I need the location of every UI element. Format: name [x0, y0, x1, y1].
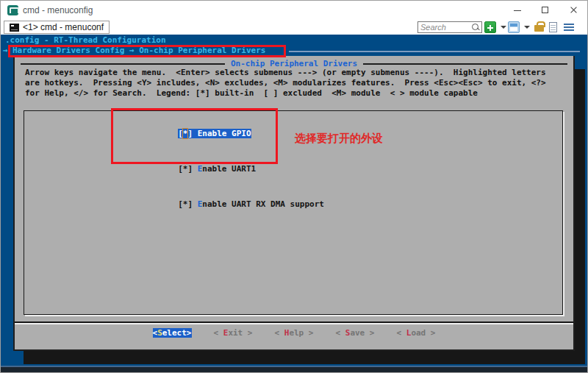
button-text: ave >: [350, 328, 374, 338]
checkbox-open: [: [178, 164, 183, 174]
menu-item-enable-gpio[interactable]: [*] Enable GPIO: [24, 116, 562, 152]
checkbox-open: [: [178, 199, 183, 209]
exit-button[interactable]: < Exit >: [214, 328, 253, 338]
help-button[interactable]: < Help >: [275, 328, 314, 338]
instructions-line: are hotkeys. Pressing <Y> includes, <N> …: [25, 78, 546, 88]
dialog-buttons: <Select> < Exit > < Help > < Save > < Lo…: [15, 328, 573, 338]
button-separator: [15, 322, 573, 324]
instructions-line: for Help, </> for Search. Legend: [*] bu…: [25, 88, 546, 99]
window-mode-dropdown-icon[interactable]: [524, 26, 530, 29]
button-text: oad >: [411, 328, 435, 338]
maximize-icon: [542, 7, 548, 13]
path-arrow: →: [3, 46, 8, 56]
title-rule-right: [363, 63, 567, 65]
item-label: nable UART1: [202, 164, 256, 174]
new-console-dropdown-icon[interactable]: [501, 26, 506, 29]
checkbox-close: ]: [187, 199, 197, 209]
kconfig-header: .config - RT-Thread Configuration: [5, 35, 166, 46]
console-tab-label: <1> cmd - menuconf: [23, 22, 104, 32]
terminal: .config - RT-Thread Configuration → Hard…: [1, 35, 587, 372]
title-rule-left: [21, 63, 225, 65]
document-icon[interactable]: [549, 22, 557, 32]
cmd-icon: [10, 24, 19, 32]
search-box: [417, 21, 482, 33]
annotation-box-path: [8, 45, 286, 57]
conemu-app-icon: [7, 5, 18, 15]
load-button[interactable]: < Load >: [397, 328, 436, 338]
button-text: <: [336, 328, 345, 338]
titlebar: cmd - menuconfig: [1, 1, 587, 20]
minimize-button[interactable]: [503, 1, 531, 20]
annotation-box-items: [111, 108, 278, 164]
menu-item-enable-uart-rx-dma[interactable]: [*] Enable UART RX DMA support: [24, 187, 562, 222]
maximize-button[interactable]: [531, 1, 559, 20]
item-label: nable UART RX DMA support: [202, 199, 324, 209]
lock-icon[interactable]: [534, 25, 544, 32]
menu-item-enable-uart1[interactable]: [*] Enable UART1: [24, 152, 562, 187]
checkbox-close: ]: [187, 164, 197, 174]
minimize-icon: [514, 10, 521, 11]
search-icon[interactable]: [471, 23, 481, 32]
menuconfig-dialog: On-chip Peripheral Drivers Arrow keys na…: [13, 56, 575, 351]
menu-list-box: [*] Enable GPIO [*] Enable UART1 [*] Ena…: [24, 110, 563, 315]
instructions-line: Arrow keys navigate the menu. <Enter> se…: [25, 68, 546, 78]
button-text: elp >: [289, 328, 313, 338]
window-mode-button[interactable]: [508, 21, 520, 33]
button-text: elect>: [162, 328, 192, 338]
instructions: Arrow keys navigate the menu. <Enter> se…: [25, 68, 546, 99]
search-input[interactable]: [418, 23, 471, 32]
annotation-note: 选择要打开的外设: [295, 132, 383, 146]
close-button[interactable]: [559, 1, 587, 20]
toolbar: <1> cmd - menuconf: [1, 20, 587, 35]
window-bottom-border: [1, 367, 587, 372]
path-rule-line: [289, 51, 580, 52]
button-text: xit >: [228, 328, 252, 338]
window-title: cmd - menuconfig: [23, 5, 93, 15]
select-button[interactable]: <Select>: [153, 328, 192, 338]
menu-icon[interactable]: [564, 24, 574, 25]
button-text: <: [397, 328, 406, 338]
button-hotkey: S: [157, 328, 162, 338]
button-text: <: [214, 328, 223, 338]
conemu-window: cmd - menuconfig <1> cmd - menuconf .con…: [0, 0, 588, 373]
close-icon: [570, 6, 578, 14]
save-button[interactable]: < Save >: [336, 328, 375, 338]
new-console-button[interactable]: [484, 21, 496, 33]
console-tab[interactable]: <1> cmd - menuconf: [4, 21, 110, 34]
button-text: <: [275, 328, 284, 338]
